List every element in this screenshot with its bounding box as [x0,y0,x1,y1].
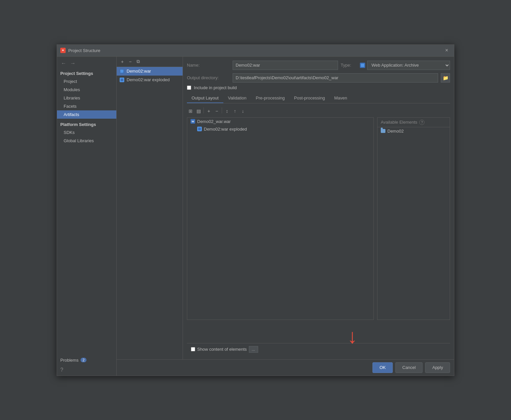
include-build-row: Include in project build [187,85,450,90]
output-dir-row: Output directory: 📁 [187,73,450,83]
sidebar-item-global-libraries[interactable]: Global Libraries [57,137,116,145]
tree-item-label-demo02-war-exploded: Demo02:war exploded [204,127,247,132]
tab-post-processing[interactable]: Post-processing [289,93,329,103]
bottom-buttons-bar: OK Cancel Apply [117,359,454,376]
tab-output-layout[interactable]: Output Layout [187,93,223,103]
sidebar-item-modules[interactable]: Modules [57,86,116,94]
sidebar-item-problems[interactable]: Problems 2 [57,356,116,364]
arrow-indicator: ↓ [347,327,357,346]
available-help-icon[interactable]: ? [419,120,425,125]
artifacts-toolbar: + − ⧉ [117,57,183,67]
available-elements-label: Available Elements [381,120,417,125]
sidebar: ← → Project Settings Project Modules Lib… [57,57,117,376]
project-structure-dialog: ✦ Project Structure × ← → Project Settin… [57,44,454,376]
problems-badge: 2 [81,358,86,362]
remove-element-button[interactable]: − [213,107,220,115]
type-select[interactable]: Web Application: Archive [367,61,450,70]
tabs-bar: Output Layout Validation Pre-processing … [187,93,450,103]
grid-view-button[interactable]: ⊞ [187,107,194,115]
toolbar-separator2 [222,107,222,113]
dialog-title: Project Structure [68,48,443,53]
tree-item-demo02-war-war[interactable]: W Demo02_war.war [187,118,373,125]
browse-dir-button[interactable]: 📁 [441,73,450,83]
copy-artifact-button[interactable]: ⧉ [135,58,142,65]
ok-button[interactable]: OK [372,362,393,373]
name-label: Name: [187,63,230,68]
artifacts-panel: + − ⧉ Demo02:war [117,57,454,359]
artifact-item-demo02-war-exploded[interactable]: Demo02:war exploded [117,76,183,84]
add-artifact-button[interactable]: + [119,58,126,65]
apply-button[interactable]: Apply [425,362,450,373]
folder-icon [381,129,385,133]
move-up-button[interactable]: ↑ [231,107,239,115]
name-row: Name: Type: Web Application: Archive [187,61,450,70]
output-dir-input[interactable] [233,73,438,83]
platform-settings-header: Platform Settings [57,119,116,128]
name-input[interactable] [233,61,338,70]
move-down-button[interactable]: ↓ [239,107,247,115]
sidebar-item-libraries[interactable]: Libraries [57,94,116,102]
sidebar-item-project[interactable]: Project [57,77,116,86]
avail-item-label-demo02: Demo02 [387,129,404,134]
title-bar: ✦ Project Structure × [57,45,454,57]
include-build-label[interactable]: Include in project build [194,85,237,90]
available-elements-header: Available Elements ? [377,118,450,127]
tab-pre-processing[interactable]: Pre-processing [251,93,289,103]
avail-item-demo02[interactable]: Demo02 [377,127,450,135]
cancel-button[interactable]: Cancel [395,362,423,373]
type-container: Web Application: Archive [360,61,450,70]
remove-artifact-button[interactable]: − [127,58,134,65]
exploded-icon [119,77,125,83]
artifact-item-demo02-war[interactable]: Demo02:war [117,67,183,76]
sidebar-item-artifacts[interactable]: Artifacts [57,110,116,119]
layout-tree: W Demo02_war.war Demo02:war exploded [187,117,374,320]
artifact-label-demo02-war: Demo02:war [127,69,151,74]
tree-item-demo02-war-exploded[interactable]: Demo02:war exploded [187,125,373,133]
forward-button[interactable]: → [69,60,77,67]
tab-maven[interactable]: Maven [329,93,352,103]
tree-item-label-demo02-war-war: Demo02_war.war [197,119,231,124]
show-content-row: Show content of elements ... [191,346,446,353]
show-content-checkbox[interactable] [191,347,195,351]
problems-label: Problems [60,358,79,363]
artifact-details: Name: Type: Web Application: Archive [183,57,454,359]
sidebar-item-sdks[interactable]: SDKs [57,128,116,137]
artifacts-list: + − ⧉ Demo02:war [117,57,183,359]
sidebar-nav: ← → [57,58,116,68]
dialog-body: ← → Project Settings Project Modules Lib… [57,57,454,376]
artifact-label-demo02-war-exploded: Demo02:war exploded [127,77,170,82]
sidebar-item-facets[interactable]: Facets [57,102,116,110]
dots-button[interactable]: ... [249,346,258,353]
war-icon [119,69,125,74]
content-toolbar: ⊞ ▤ + − ↕ ↑ ↓ [187,106,450,116]
close-button[interactable]: × [443,46,451,54]
tab-validation[interactable]: Validation [223,93,251,103]
project-settings-header: Project Settings [57,68,116,77]
show-content-label[interactable]: Show content of elements [197,347,247,352]
help-button[interactable]: ? [57,364,116,376]
output-dir-label: Output directory: [187,75,230,80]
back-button[interactable]: ← [60,60,68,67]
split-view: W Demo02_war.war Demo02:war exploded [187,117,450,320]
sort-button[interactable]: ↕ [223,107,231,115]
type-label: Type: [341,63,357,68]
arrow-container: ↓ [187,320,450,346]
available-elements-panel: Available Elements ? Demo02 [377,117,450,320]
add-element-button[interactable]: + [205,107,212,115]
include-build-checkbox[interactable] [187,86,191,90]
main-content: + − ⧉ Demo02:war [117,57,454,376]
toolbar-separator [203,107,204,113]
list-view-button[interactable]: ▤ [195,107,202,115]
app-icon: ✦ [60,48,66,53]
